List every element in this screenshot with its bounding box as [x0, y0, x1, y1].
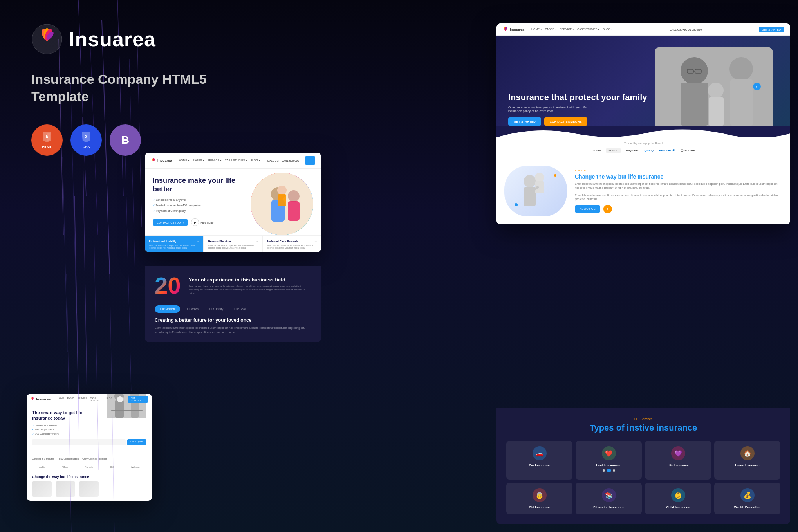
brand-name: Insuarea — [69, 27, 156, 51]
bootstrap-icon: B — [121, 134, 129, 146]
svg-text:3: 3 — [85, 135, 87, 139]
svg-text:5: 5 — [46, 135, 48, 139]
svg-line-12 — [74, 196, 79, 431]
svg-line-14 — [67, 274, 71, 532]
brand-tagline: Insurance Company HTML5 Template — [31, 70, 227, 105]
brand-logo-icon — [31, 23, 63, 55]
svg-line-11 — [110, 274, 114, 532]
tech-badges-row: 5 HTML 3 CSS B — [31, 124, 767, 156]
html-label: HTML — [42, 145, 52, 149]
svg-line-10 — [94, 235, 99, 470]
bootstrap-badge: B — [110, 124, 141, 156]
css-label: CSS — [83, 145, 90, 149]
html-shield-icon: 5 — [41, 132, 53, 144]
logo-section: Insuarea — [31, 23, 767, 55]
main-content: Insuarea Insurance Company HTML5 Templat… — [0, 0, 798, 203]
css-shield-icon: 3 — [80, 132, 92, 144]
css3-badge: 3 CSS — [70, 124, 102, 156]
html5-badge: 5 HTML — [31, 124, 63, 156]
